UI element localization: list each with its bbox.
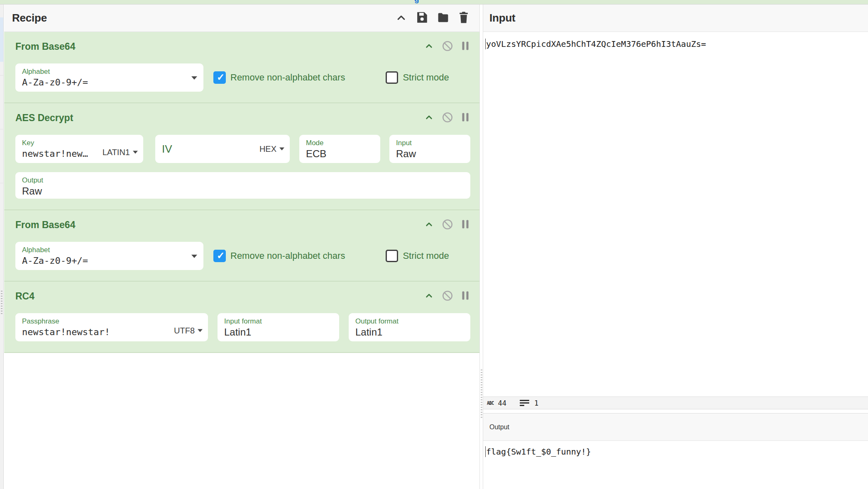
output-textarea[interactable]: flag{Sw1ft_$0_funny!} — [483, 441, 868, 489]
io-splitter[interactable] — [480, 5, 483, 489]
load-recipe-button[interactable] — [437, 11, 450, 25]
recipe-pane: Recipe From Base64 — [4, 5, 480, 489]
input-titlebar: Input — [483, 5, 868, 32]
disable-op-button[interactable] — [442, 112, 453, 124]
output-format-value[interactable]: Latin1 — [355, 326, 464, 338]
passphrase-type-dropdown[interactable]: UTF8 — [174, 326, 203, 336]
chevron-down-icon[interactable] — [191, 255, 197, 258]
output-type-value[interactable]: Raw — [22, 185, 464, 197]
operation-from-base64[interactable]: From Base64 Alphabet A-Za-z0-9+/= Remove… — [4, 32, 479, 103]
recipe-titlebar: Recipe — [4, 5, 479, 32]
operation-rc4[interactable]: RC4 Passphrase newstar!newstar! UTF8 Inp… — [4, 282, 479, 353]
recipe-title: Recipe — [12, 12, 47, 24]
arg-label: Key — [22, 139, 137, 148]
chevron-down-icon — [133, 151, 138, 154]
disable-icon — [442, 40, 453, 53]
checkbox-label: Remove non-alphabet chars — [230, 251, 345, 261]
output-titlebar: Output — [483, 413, 868, 441]
checkbox[interactable] — [213, 71, 226, 84]
passphrase-field[interactable]: Passphrase newstar!newstar! UTF8 — [15, 313, 208, 341]
arg-label: Input format — [224, 317, 333, 326]
remove-non-alphabet-checkbox-group[interactable]: Remove non-alphabet chars — [213, 71, 345, 84]
output-format-select[interactable]: Output format Latin1 — [349, 313, 470, 341]
input-status-bar: ABC 44 1 — [483, 397, 868, 409]
mode-select[interactable]: Mode ECB — [299, 135, 380, 163]
text-cursor — [485, 446, 486, 457]
collapse-op-button[interactable] — [424, 219, 434, 230]
recipe-toolbar — [396, 11, 469, 25]
disable-op-button[interactable] — [442, 290, 453, 303]
input-text: yoVLzsYRCpicdXAe5hChT4ZQcIeM376eP6hI3tAa… — [486, 39, 706, 49]
arg-label: Alphabet — [22, 246, 197, 255]
key-type-dropdown[interactable]: LATIN1 — [103, 148, 138, 157]
character-count: 44 — [498, 399, 506, 407]
operation-from-base64[interactable]: From Base64 Alphabet A-Za-z0-9+/= Remove… — [4, 210, 479, 282]
operation-title: From Base64 — [15, 219, 75, 231]
breakpoint-button[interactable] — [461, 41, 469, 52]
collapse-op-button[interactable] — [424, 112, 434, 123]
key-field[interactable]: Key newstar!new… LATIN1 — [15, 135, 143, 163]
alphabet-field[interactable]: Alphabet A-Za-z0-9+/= — [15, 63, 203, 92]
output-title: Output — [489, 423, 509, 431]
alphabet-value[interactable]: A-Za-z0-9+/= — [22, 255, 197, 267]
breakpoint-button[interactable] — [461, 290, 469, 302]
operations-panel-edge — [0, 5, 4, 489]
top-banner: g — [0, 0, 868, 5]
collapse-op-button[interactable] — [424, 41, 434, 52]
pause-icon — [461, 219, 469, 231]
remove-non-alphabet-checkbox-group[interactable]: Remove non-alphabet chars — [213, 250, 345, 262]
alphabet-value[interactable]: A-Za-z0-9+/= — [22, 76, 197, 89]
checkbox[interactable] — [386, 71, 398, 84]
text-cursor — [485, 39, 486, 49]
key-value[interactable]: newstar!new… — [22, 148, 90, 160]
passphrase-value[interactable]: newstar!newstar! — [22, 326, 147, 338]
line-count-icon — [520, 400, 529, 406]
iv-type-dropdown[interactable]: HEX — [259, 144, 284, 154]
pause-icon — [461, 41, 469, 52]
banner-link-fragment[interactable]: g — [414, 0, 419, 4]
operations-panel-highlight — [0, 17, 3, 62]
checkbox-label: Strict mode — [403, 251, 449, 261]
arg-label: Output — [22, 176, 464, 185]
collapse-recipe-button[interactable] — [396, 12, 407, 24]
disable-op-button[interactable] — [442, 40, 453, 53]
chevron-down-icon — [198, 329, 203, 332]
strict-mode-checkbox-group[interactable]: Strict mode — [386, 250, 449, 262]
folder-icon — [437, 11, 450, 25]
chevron-down-icon[interactable] — [191, 76, 197, 80]
operations-splitter-handle[interactable] — [1, 291, 2, 315]
input-format-select[interactable]: Input format Latin1 — [218, 313, 339, 341]
arg-label: IV — [162, 143, 172, 156]
recipe-list: From Base64 Alphabet A-Za-z0-9+/= Remove… — [4, 32, 479, 489]
checkbox-label: Strict mode — [403, 72, 449, 83]
mode-value[interactable]: ECB — [306, 148, 374, 160]
checkbox[interactable] — [213, 250, 226, 262]
output-type-select[interactable]: Output Raw — [15, 172, 470, 199]
operation-title: From Base64 — [15, 41, 75, 52]
save-recipe-button[interactable] — [416, 11, 428, 25]
io-splitter-handle[interactable] — [481, 370, 482, 418]
breakpoint-button[interactable] — [461, 219, 469, 231]
input-textarea[interactable]: yoVLzsYRCpicdXAe5hChT4ZQcIeM376eP6hI3tAa… — [483, 32, 868, 397]
arg-label: Output format — [355, 317, 464, 326]
checkbox[interactable] — [386, 250, 398, 262]
iv-field[interactable]: IV HEX — [155, 135, 290, 163]
input-type-select[interactable]: Input Raw — [389, 135, 470, 163]
breakpoint-button[interactable] — [461, 112, 469, 124]
chevron-up-icon — [396, 12, 407, 24]
disable-op-button[interactable] — [442, 219, 453, 231]
clear-recipe-button[interactable] — [458, 11, 469, 25]
arg-label: Alphabet — [22, 67, 197, 76]
trash-icon — [458, 11, 469, 25]
input-format-value[interactable]: Latin1 — [224, 326, 333, 338]
input-type-value[interactable]: Raw — [396, 148, 464, 160]
strict-mode-checkbox-group[interactable]: Strict mode — [386, 71, 449, 84]
input-title: Input — [489, 12, 516, 24]
character-count-icon: ABC — [487, 400, 494, 406]
alphabet-field[interactable]: Alphabet A-Za-z0-9+/= — [15, 242, 203, 270]
chevron-down-icon — [279, 148, 284, 151]
collapse-op-button[interactable] — [424, 291, 434, 302]
output-text: flag{Sw1ft_$0_funny!} — [486, 446, 591, 457]
operation-aes-decrypt[interactable]: AES Decrypt Key newstar!new… LATIN1 IV H… — [4, 103, 479, 210]
arg-label: Mode — [306, 139, 374, 148]
